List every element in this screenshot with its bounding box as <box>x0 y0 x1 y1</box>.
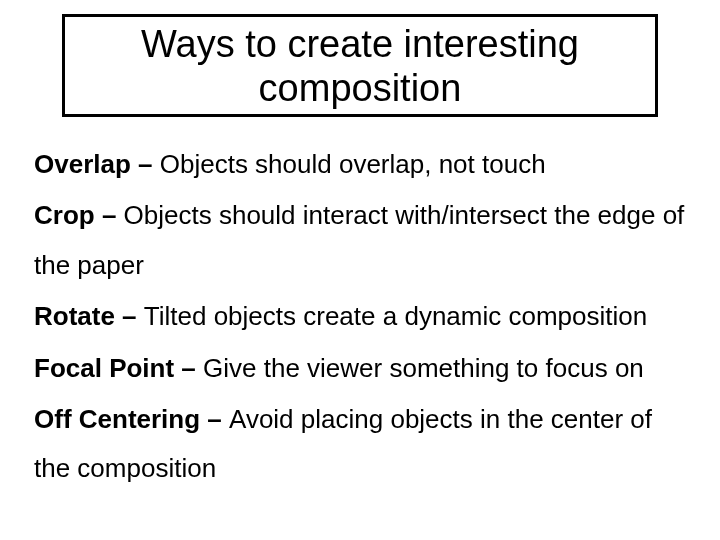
list-item: Crop – Objects should interact with/inte… <box>34 191 686 290</box>
definition: Objects should overlap, not touch <box>160 149 546 179</box>
list-item: Overlap – Objects should overlap, not to… <box>34 140 686 189</box>
title-box: Ways to create interesting composition <box>62 14 658 117</box>
term: Off Centering – <box>34 404 229 434</box>
slide-title: Ways to create interesting composition <box>141 23 579 109</box>
definition: Tilted objects create a dynamic composit… <box>144 301 647 331</box>
term: Focal Point – <box>34 353 203 383</box>
list-item: Rotate – Tilted objects create a dynamic… <box>34 292 686 341</box>
slide: Ways to create interesting composition O… <box>0 0 720 540</box>
definition: Objects should interact with/intersect t… <box>34 200 684 279</box>
definition: Give the viewer something to focus on <box>203 353 644 383</box>
list-item: Focal Point – Give the viewer something … <box>34 344 686 393</box>
term: Overlap – <box>34 149 160 179</box>
body-text: Overlap – Objects should overlap, not to… <box>34 140 686 496</box>
term: Crop – <box>34 200 124 230</box>
term: Rotate – <box>34 301 144 331</box>
list-item: Off Centering – Avoid placing objects in… <box>34 395 686 494</box>
